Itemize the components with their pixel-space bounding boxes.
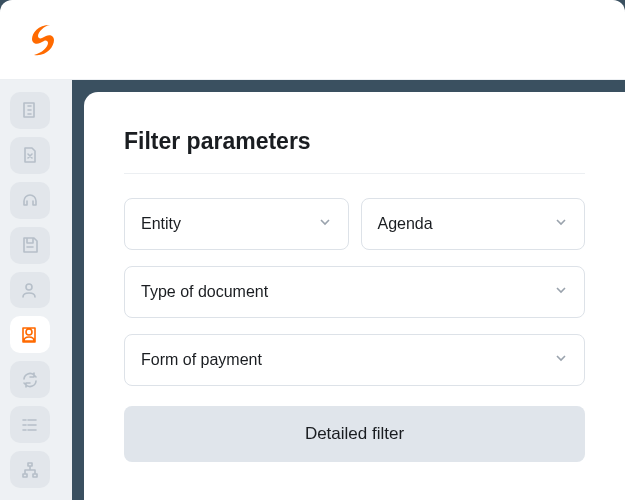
sidebar-item-user-badge[interactable]: [10, 316, 50, 353]
sidebar-item-org-chart[interactable]: [10, 451, 50, 488]
doc-type-select[interactable]: Type of document: [124, 266, 585, 318]
shell: Filter parameters Entity Agenda Type of …: [0, 80, 625, 500]
chevron-down-icon: [318, 215, 332, 233]
sidebar-item-document-edit[interactable]: [10, 137, 50, 174]
payment-select[interactable]: Form of payment: [124, 334, 585, 386]
agenda-select-label: Agenda: [378, 215, 433, 233]
sidebar-item-users[interactable]: [10, 272, 50, 309]
document-edit-icon: [20, 145, 40, 165]
topbar: [0, 0, 625, 80]
doc-type-select-label: Type of document: [141, 283, 268, 301]
divider: [124, 173, 585, 174]
chevron-down-icon: [554, 351, 568, 369]
headset-icon: [20, 190, 40, 210]
entity-select-label: Entity: [141, 215, 181, 233]
sidebar: [0, 80, 72, 500]
detailed-filter-button[interactable]: Detailed filter: [124, 406, 585, 462]
chevron-down-icon: [554, 283, 568, 301]
page-title: Filter parameters: [124, 128, 585, 155]
logo-icon: [28, 23, 58, 57]
sidebar-item-headset[interactable]: [10, 182, 50, 219]
payment-select-label: Form of payment: [141, 351, 262, 369]
sidebar-item-save[interactable]: [10, 227, 50, 264]
chevron-down-icon: [554, 215, 568, 233]
save-icon: [20, 235, 40, 255]
main-panel: Filter parameters Entity Agenda Type of …: [84, 92, 625, 500]
logo: [28, 23, 58, 57]
user-badge-icon: [20, 325, 40, 345]
sync-icon: [20, 370, 40, 390]
building-icon: [20, 100, 40, 120]
checklist-icon: [20, 415, 40, 435]
sidebar-item-checklist[interactable]: [10, 406, 50, 443]
org-chart-icon: [20, 460, 40, 480]
sidebar-item-building[interactable]: [10, 92, 50, 129]
users-icon: [20, 280, 40, 300]
agenda-select[interactable]: Agenda: [361, 198, 586, 250]
entity-select[interactable]: Entity: [124, 198, 349, 250]
sidebar-item-sync[interactable]: [10, 361, 50, 398]
